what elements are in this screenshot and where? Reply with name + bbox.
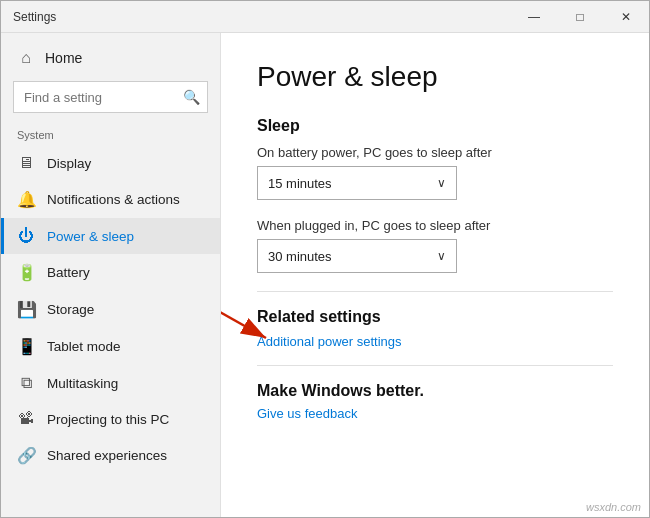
minimize-button[interactable]: — <box>511 1 557 33</box>
annotation-arrow <box>221 33 649 517</box>
home-icon: ⌂ <box>17 49 35 67</box>
make-better-section: Make Windows better. Give us feedback <box>257 382 613 421</box>
sidebar-section-label: System <box>1 123 220 145</box>
window-controls: — □ ✕ <box>511 1 649 33</box>
page-title: Power & sleep <box>257 61 613 93</box>
maximize-button[interactable]: □ <box>557 1 603 33</box>
sidebar-item-tablet[interactable]: 📱 Tablet mode <box>1 328 220 365</box>
battery-sleep-dropdown[interactable]: 15 minutes ∨ <box>257 166 457 200</box>
shared-icon: 🔗 <box>17 446 35 465</box>
sidebar-item-notifications[interactable]: 🔔 Notifications & actions <box>1 181 220 218</box>
sidebar-item-battery[interactable]: 🔋 Battery <box>1 254 220 291</box>
battery-icon: 🔋 <box>17 263 35 282</box>
sleep-section: Sleep On battery power, PC goes to sleep… <box>257 117 613 273</box>
main-content: Power & sleep Sleep On battery power, PC… <box>221 33 649 517</box>
sidebar-item-storage[interactable]: 💾 Storage <box>1 291 220 328</box>
sidebar-item-display[interactable]: 🖥 Display <box>1 145 220 181</box>
sidebar-item-home[interactable]: ⌂ Home <box>1 41 220 75</box>
projecting-icon: 📽 <box>17 410 35 428</box>
divider <box>257 291 613 292</box>
sidebar-item-power[interactable]: ⏻ Power & sleep <box>1 218 220 254</box>
sidebar: ⌂ Home 🔍 System 🖥 Display 🔔 Notification… <box>1 33 221 517</box>
storage-icon: 💾 <box>17 300 35 319</box>
sidebar-item-tablet-label: Tablet mode <box>47 339 121 354</box>
sidebar-item-battery-label: Battery <box>47 265 90 280</box>
tablet-icon: 📱 <box>17 337 35 356</box>
sidebar-item-multitasking[interactable]: ⧉ Multitasking <box>1 365 220 401</box>
additional-power-link[interactable]: Additional power settings <box>257 334 613 349</box>
sidebar-item-projecting-label: Projecting to this PC <box>47 412 169 427</box>
plugged-sleep-value: 30 minutes <box>268 249 332 264</box>
make-better-title: Make Windows better. <box>257 382 613 400</box>
feedback-link[interactable]: Give us feedback <box>257 406 613 421</box>
related-section-title: Related settings <box>257 308 613 326</box>
window-content: ⌂ Home 🔍 System 🖥 Display 🔔 Notification… <box>1 33 649 517</box>
sidebar-home-label: Home <box>45 50 82 66</box>
display-icon: 🖥 <box>17 154 35 172</box>
watermark: wsxdn.com <box>586 501 641 513</box>
battery-sleep-value: 15 minutes <box>268 176 332 191</box>
power-icon: ⏻ <box>17 227 35 245</box>
battery-sleep-chevron: ∨ <box>437 176 446 190</box>
sidebar-item-shared-label: Shared experiences <box>47 448 167 463</box>
notifications-icon: 🔔 <box>17 190 35 209</box>
sidebar-item-notifications-label: Notifications & actions <box>47 192 180 207</box>
plugged-sleep-label: When plugged in, PC goes to sleep after <box>257 218 613 233</box>
multitasking-icon: ⧉ <box>17 374 35 392</box>
plugged-sleep-chevron: ∨ <box>437 249 446 263</box>
search-icon: 🔍 <box>183 89 200 105</box>
sidebar-item-projecting[interactable]: 📽 Projecting to this PC <box>1 401 220 437</box>
related-section: Related settings Additional power settin… <box>257 308 613 349</box>
sidebar-item-shared[interactable]: 🔗 Shared experiences <box>1 437 220 474</box>
titlebar-title: Settings <box>13 10 56 24</box>
sidebar-item-display-label: Display <box>47 156 91 171</box>
sidebar-item-storage-label: Storage <box>47 302 94 317</box>
sleep-section-title: Sleep <box>257 117 613 135</box>
settings-window: Settings — □ ✕ ⌂ Home 🔍 System 🖥 <box>0 0 650 518</box>
battery-sleep-label: On battery power, PC goes to sleep after <box>257 145 613 160</box>
search-input[interactable] <box>13 81 208 113</box>
search-box: 🔍 <box>13 81 208 113</box>
divider-2 <box>257 365 613 366</box>
sidebar-item-power-label: Power & sleep <box>47 229 134 244</box>
sidebar-item-multitasking-label: Multitasking <box>47 376 118 391</box>
plugged-sleep-dropdown[interactable]: 30 minutes ∨ <box>257 239 457 273</box>
titlebar: Settings — □ ✕ <box>1 1 649 33</box>
close-button[interactable]: ✕ <box>603 1 649 33</box>
active-bar <box>1 218 4 254</box>
